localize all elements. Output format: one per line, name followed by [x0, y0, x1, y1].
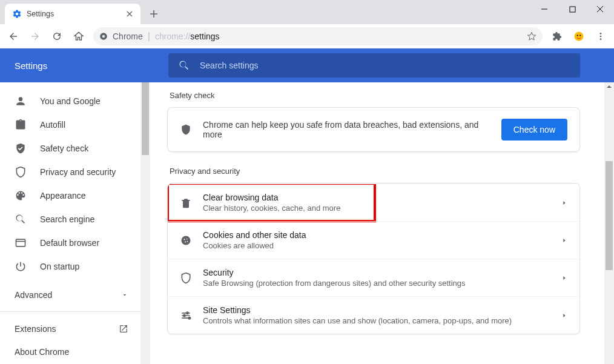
settings-header: Settings [0, 48, 614, 82]
sidebar-item-label: You and Google [40, 96, 101, 106]
palette-icon [15, 190, 27, 202]
new-tab-button[interactable] [145, 5, 162, 22]
browser-tab[interactable]: Settings [5, 4, 140, 24]
profile-avatar-icon[interactable] [569, 27, 589, 46]
privacy-item-security[interactable]: Security Safe Browsing (protection from … [168, 259, 579, 296]
list-item-title: Security [203, 268, 550, 277]
site-info-icon[interactable] [99, 32, 108, 41]
chevron-right-icon [561, 275, 567, 281]
privacy-item-site-settings[interactable]: Site Settings Controls what information … [168, 296, 579, 334]
sidebar-divider [0, 311, 140, 312]
shield-icon [15, 166, 27, 178]
back-button[interactable] [4, 27, 23, 46]
sidebar-item-autofill[interactable]: Autofill [0, 113, 140, 137]
browser-toolbar: Chrome | chrome://settings [0, 24, 614, 48]
list-item-subtitle: Safe Browsing (protection from dangerous… [203, 279, 550, 288]
tab-title: Settings [27, 10, 120, 18]
omnibox-prefix: Chrome [113, 31, 143, 41]
svg-point-3 [575, 31, 584, 41]
svg-point-7 [600, 35, 602, 37]
menu-icon[interactable] [591, 27, 610, 46]
sidebar-container: You and Google Autofill Safety check Pri… [0, 82, 150, 364]
sidebar-item-search-engine[interactable]: Search engine [0, 208, 140, 231]
chevron-right-icon [561, 200, 567, 206]
svg-rect-9 [16, 239, 25, 247]
maximize-button[interactable] [558, 0, 586, 18]
privacy-list-card: Clear browsing data Clear history, cooki… [167, 183, 580, 334]
sidebar-item-on-startup[interactable]: On startup [0, 254, 140, 278]
browser-window-icon [15, 237, 27, 249]
omnibox-url: chrome://settings [155, 31, 220, 41]
section-title-safety: Safety check [170, 91, 578, 100]
extensions-icon[interactable] [547, 27, 567, 46]
svg-point-4 [577, 35, 578, 36]
chevron-right-icon [561, 237, 567, 243]
list-item-title: Clear browsing data [203, 193, 550, 202]
svg-point-12 [187, 238, 188, 239]
search-settings-input[interactable] [200, 61, 570, 70]
clipboard-icon [15, 119, 27, 131]
sidebar-item-about[interactable]: About Chrome [0, 340, 140, 364]
person-icon [15, 95, 27, 107]
privacy-item-cookies[interactable]: Cookies and other site data Cookies are … [168, 221, 579, 259]
shield-icon [180, 124, 192, 136]
settings-body: You and Google Autofill Safety check Pri… [0, 82, 614, 364]
open-in-new-icon [119, 324, 128, 334]
svg-point-13 [185, 241, 186, 242]
close-tab-icon[interactable] [125, 9, 134, 19]
content-scrollbar[interactable] [604, 82, 614, 364]
sliders-icon [180, 309, 192, 322]
bookmark-star-icon[interactable] [527, 31, 536, 41]
privacy-item-clear-browsing-data[interactable]: Clear browsing data Clear history, cooki… [168, 184, 579, 221]
sidebar-scrollbar[interactable] [140, 82, 150, 364]
trash-icon [180, 197, 192, 209]
sidebar-item-privacy[interactable]: Privacy and security [0, 160, 140, 184]
power-icon [15, 260, 27, 273]
svg-point-15 [187, 312, 188, 314]
sidebar-item-label: Default browser [40, 238, 99, 248]
svg-point-17 [188, 317, 190, 319]
omnibox-separator: | [148, 31, 150, 42]
sidebar-item-safety-check[interactable]: Safety check [0, 137, 140, 160]
svg-point-8 [600, 38, 602, 40]
list-item-title: Cookies and other site data [203, 230, 550, 240]
sidebar-item-label: Search engine [40, 214, 94, 224]
address-bar[interactable]: Chrome | chrome://settings [93, 27, 543, 45]
list-item-subtitle: Controls what information sites can use … [203, 316, 550, 325]
list-item-subtitle: Cookies are allowed [203, 241, 550, 250]
advanced-label: Advanced [15, 290, 52, 300]
minimize-button[interactable] [530, 0, 558, 18]
sidebar-item-extensions[interactable]: Extensions [0, 317, 140, 340]
sidebar-item-label: Safety check [40, 144, 88, 153]
safety-check-text: Chrome can help keep you safe from data … [203, 120, 490, 139]
about-label: About Chrome [15, 347, 69, 357]
content-scroll-thumb[interactable] [606, 161, 613, 270]
chevron-down-icon [121, 291, 128, 299]
chevron-right-icon [561, 313, 567, 319]
svg-point-11 [183, 239, 185, 240]
sidebar-item-default-browser[interactable]: Default browser [0, 231, 140, 254]
search-icon [15, 213, 27, 225]
forward-button[interactable] [25, 27, 45, 46]
content: Safety check Chrome can help keep you sa… [150, 82, 614, 364]
shield-check-icon [15, 142, 27, 154]
sidebar-scroll-thumb[interactable] [142, 82, 149, 155]
window-controls [530, 0, 614, 18]
svg-point-14 [187, 240, 188, 242]
check-now-button[interactable]: Check now [501, 119, 567, 141]
sidebar-advanced-toggle[interactable]: Advanced [0, 283, 140, 306]
sidebar-item-you-and-google[interactable]: You and Google [0, 90, 140, 113]
home-button[interactable] [69, 27, 88, 46]
safety-check-card: Chrome can help keep you safe from data … [167, 107, 580, 152]
close-window-button[interactable] [586, 0, 614, 18]
svg-point-10 [182, 236, 191, 245]
sidebar: You and Google Autofill Safety check Pri… [0, 82, 140, 364]
sidebar-item-label: Privacy and security [40, 167, 116, 177]
search-settings-box[interactable] [168, 53, 580, 78]
sidebar-item-appearance[interactable]: Appearance [0, 184, 140, 208]
scroll-up-icon[interactable] [606, 82, 613, 91]
svg-rect-0 [570, 7, 575, 12]
gear-icon [12, 9, 22, 19]
svg-point-6 [600, 33, 602, 35]
reload-button[interactable] [47, 27, 67, 46]
